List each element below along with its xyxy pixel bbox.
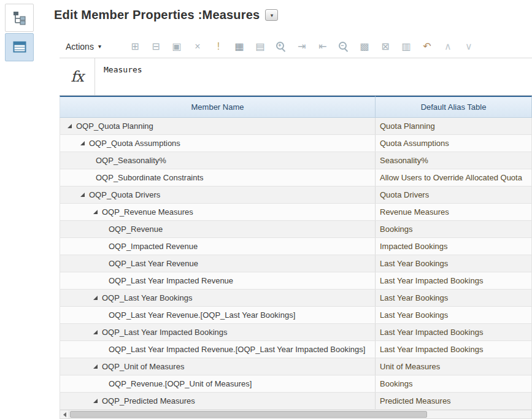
outdent-member-icon[interactable]: ⇤ (317, 40, 329, 53)
member-name-cell[interactable]: OQP_Last Year Revenue.[OQP_Last Year Boo… (60, 307, 376, 323)
member-usage-icon[interactable]: ▥ (400, 40, 412, 53)
expand-toggle-icon[interactable] (80, 141, 85, 145)
member-name-cell[interactable]: OQP_Revenue.[OQP_Unit of Measures] (60, 375, 376, 392)
table-row[interactable]: OQP_Subordinate Constraints Allow Users … (60, 169, 532, 186)
expand-toggle-icon[interactable] (93, 399, 98, 403)
member-name-cell[interactable]: OQP_Last Year Revenue (60, 255, 376, 272)
alias-cell[interactable]: Revenue Measures (376, 204, 532, 220)
expand-toggle-icon[interactable] (67, 124, 72, 128)
expand-all-icon[interactable]: ▦ (233, 40, 245, 53)
table-row[interactable]: OQP_Revenue Measures Revenue Measures (60, 204, 532, 221)
alias-cell[interactable]: Quota Planning (376, 118, 532, 134)
table-row[interactable]: OQP_Quota Assumptions Quota Assumptions (60, 135, 532, 152)
insert-sibling-icon[interactable]: ⊟ (150, 40, 162, 53)
column-header-member-name[interactable]: Member Name (60, 96, 376, 118)
delete-column-icon[interactable]: ⊠ (379, 40, 391, 53)
alias-cell[interactable]: Last Year Bookings (376, 307, 532, 323)
table-row[interactable]: OQP_Last Year Revenue.[OQP_Last Year Boo… (60, 307, 532, 324)
member-name-text: OQP_Unit of Measures (102, 362, 184, 371)
member-name-cell[interactable]: OQP_Seasonality% (60, 152, 376, 169)
table-row[interactable]: OQP_Quota Planning Quota Planning (60, 118, 532, 135)
actions-label: Actions (66, 42, 94, 52)
move-up-icon[interactable]: ∧ (442, 40, 454, 53)
move-down-icon[interactable]: ∨ (463, 40, 475, 53)
table-row[interactable]: OQP_Seasonality% Seasonality% (60, 152, 532, 169)
alias-cell[interactable]: Allow Users to Override Allocated Quota (376, 169, 532, 186)
table-row[interactable]: OQP_Last Year Bookings Last Year Booking… (60, 290, 532, 307)
validate-member-icon[interactable]: ! (212, 40, 225, 53)
expand-toggle-icon[interactable] (93, 364, 98, 369)
title-dropdown-button[interactable]: ▾ (265, 9, 278, 21)
table-row[interactable]: OQP_Unit of Measures Unit of Measures (60, 358, 532, 375)
expand-toggle-icon[interactable] (93, 210, 98, 214)
dimension-hierarchy-button[interactable] (5, 4, 34, 32)
member-name-text: OQP_Last Year Bookings (102, 293, 192, 302)
chevron-down-icon: ▾ (98, 44, 101, 50)
undo-icon[interactable]: ↶ (421, 40, 433, 53)
alias-text: Seasonality% (380, 156, 428, 165)
actions-menu-button[interactable]: Actions ▾ (66, 42, 101, 52)
scroll-left-arrow-icon[interactable] (60, 410, 69, 418)
expand-toggle-icon[interactable] (93, 296, 98, 300)
member-grid-icon (12, 39, 28, 55)
alias-cell[interactable]: Seasonality% (376, 152, 532, 169)
expand-toggle-icon[interactable] (80, 193, 85, 197)
alias-cell[interactable]: Bookings (376, 375, 532, 392)
alias-text: Impacted Bookings (380, 242, 448, 251)
alias-cell[interactable]: Last Year Bookings (376, 290, 532, 306)
alias-cell[interactable]: Predicted Measures (376, 393, 532, 409)
alias-cell[interactable]: Last Year Bookings (376, 255, 532, 272)
member-name-cell[interactable]: OQP_Last Year Impacted Bookings (60, 324, 376, 340)
horizontal-scrollbar[interactable] (60, 410, 532, 419)
member-properties-button[interactable] (5, 33, 34, 61)
alias-cell[interactable]: Impacted Bookings (376, 238, 532, 255)
member-name-cell[interactable]: OQP_Quota Assumptions (60, 135, 376, 152)
member-name-cell[interactable]: OQP_Last Year Bookings (60, 290, 376, 306)
member-name-cell[interactable]: OQP_Last Year Impacted Revenue.[OQP_Last… (60, 341, 376, 358)
alias-cell[interactable]: Last Year Impacted Bookings (376, 341, 532, 358)
alias-cell[interactable]: Last Year Impacted Bookings (376, 272, 532, 289)
shared-member-icon[interactable]: ▣ (171, 40, 183, 53)
alias-text: Predicted Measures (380, 396, 451, 406)
member-name-cell[interactable]: OQP_Impacted Revenue (60, 238, 376, 255)
table-row[interactable]: OQP_Impacted Revenue Impacted Bookings (60, 238, 532, 255)
alias-text: Quota Planning (380, 121, 435, 131)
member-name-cell[interactable]: OQP_Quota Drivers (60, 186, 376, 203)
table-row[interactable]: OQP_Last Year Revenue Last Year Bookings (60, 255, 532, 272)
alias-cell[interactable]: Unit of Measures (376, 358, 532, 375)
alias-cell[interactable]: Bookings (376, 221, 532, 237)
indent-member-icon[interactable]: ⇥ (296, 40, 308, 53)
add-child-icon[interactable]: ⊞ (129, 40, 141, 53)
alias-cell[interactable]: Last Year Impacted Bookings (376, 324, 532, 340)
scrollbar-thumb[interactable] (70, 411, 427, 418)
formula-value[interactable]: Measures (95, 58, 142, 95)
table-row[interactable]: OQP_Last Year Impacted Revenue Last Year… (60, 272, 532, 290)
member-name-cell[interactable]: OQP_Last Year Impacted Revenue (60, 272, 376, 289)
member-name-cell[interactable]: OQP_Revenue (60, 221, 376, 237)
zoom-in-icon[interactable]: + (275, 40, 287, 53)
member-name-cell[interactable]: OQP_Quota Planning (60, 118, 376, 134)
expand-toggle-icon[interactable] (93, 330, 98, 334)
member-name-cell[interactable]: OQP_Subordinate Constraints (60, 169, 376, 186)
table-row[interactable]: OQP_Revenue.[OQP_Unit of Measures] Booki… (60, 375, 532, 393)
table-row[interactable]: OQP_Quota Drivers Quota Drivers (60, 186, 532, 204)
table-row[interactable]: OQP_Last Year Impacted Revenue.[OQP_Last… (60, 341, 532, 358)
delete-member-icon[interactable]: × (191, 40, 204, 53)
zoom-out-icon[interactable]: − (337, 40, 350, 53)
member-name-text: OQP_Impacted Revenue (109, 242, 198, 251)
column-header-default-alias-table[interactable]: Default Alias Table (376, 96, 532, 118)
member-name-cell[interactable]: OQP_Unit of Measures (60, 358, 376, 375)
member-name-cell[interactable]: OQP_Revenue Measures (60, 204, 376, 220)
table-row[interactable]: OQP_Predicted Measures Predicted Measure… (60, 393, 532, 410)
alias-cell[interactable]: Quota Drivers (376, 186, 532, 203)
table-row[interactable]: OQP_Revenue Bookings (60, 221, 532, 238)
move-member-icon[interactable]: ▩ (358, 40, 371, 53)
toolbar-icons: ⊞⊟▣×!▦▤+⇥⇤−▩⊠▥↶∧∨ (129, 40, 475, 53)
refresh-grid-icon[interactable]: ▤ (254, 40, 266, 53)
member-name-cell[interactable]: OQP_Predicted Measures (60, 393, 376, 409)
alias-text: Last Year Bookings (380, 310, 448, 320)
table-row[interactable]: OQP_Last Year Impacted Bookings Last Yea… (60, 324, 532, 341)
member-name-text: OQP_Seasonality% (96, 156, 166, 165)
alias-cell[interactable]: Quota Assumptions (376, 135, 532, 152)
alias-text: Unit of Measures (380, 362, 440, 371)
